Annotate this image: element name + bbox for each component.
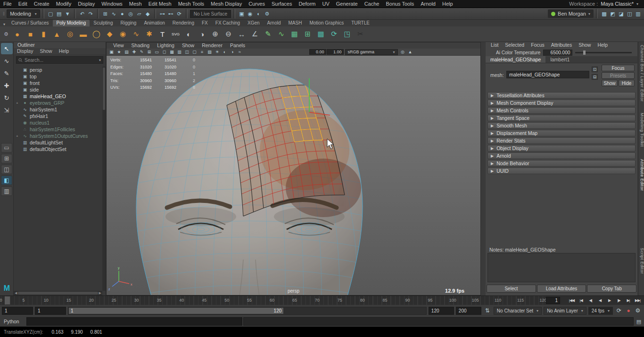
panel-tab-script-editor[interactable]: Script Editor [639,248,644,274]
layout-custom-icon[interactable]: ▥ [1,186,12,196]
shelf-tab-xgen[interactable]: XGen [244,20,264,26]
quad-draw-icon[interactable]: ✎ [262,28,274,41]
open-scene-icon[interactable]: ▤ [55,10,63,18]
menu-mesh[interactable]: Mesh [126,0,145,8]
snap-to-points-icon[interactable]: ● [118,10,126,18]
scrollbar-thumb[interactable] [18,292,98,295]
ipr-render-icon[interactable]: ◐ [255,10,263,18]
measure-distance-icon[interactable]: ↔ [235,28,248,41]
play-forwards-button[interactable]: ▶ [605,296,614,304]
focus-button[interactable]: Focus [602,65,635,71]
animation-end-field[interactable]: 200 [456,307,481,315]
viewport-menu-shading[interactable]: Shading [128,42,154,49]
menu-create[interactable]: Create [31,0,53,8]
ae-menu-attributes[interactable]: Attributes [548,42,575,48]
select-tool-icon[interactable]: ↖ [1,43,13,54]
safe-title-icon[interactable]: ▢ [191,49,198,55]
workspace-selector[interactable]: Workspace : Maya Classic* ▾ [569,1,644,7]
shelf-tab-animation[interactable]: Animation [140,20,168,26]
ae-button-load-attributes[interactable]: Load Attributes [537,285,586,293]
ae-section-displacement-map[interactable]: ▶Displacement Map [487,130,636,136]
menu-arnold[interactable]: Arnold [417,0,439,8]
command-language-toggle[interactable]: Python [0,319,26,324]
ae-section-mesh-component-display[interactable]: ▶Mesh Component Display [487,100,636,106]
outliner-vertical-scrollbar[interactable] [102,67,106,291]
menu-modify[interactable]: Modify [53,0,74,8]
ae-section-arnold[interactable]: ▶Arnold [487,152,636,159]
menu-surfaces[interactable]: Surfaces [268,0,295,8]
ae-tab-lambert1[interactable]: lambert1 [545,56,574,63]
save-scene-icon[interactable]: ▼ [64,10,72,18]
ae-menu-selected[interactable]: Selected [502,42,528,48]
viewport-menu-renderer[interactable]: Renderer [198,42,226,49]
shelf-tab-sculpting[interactable]: Sculpting [90,20,116,26]
play-backwards-button[interactable]: ◀ [595,296,604,304]
shelf-tab-curves-surfaces[interactable]: Curves / Surfaces [8,20,52,26]
sidebar-hypershade-icon[interactable]: ◩ [609,10,617,18]
shadows-icon[interactable]: ◐ [221,49,228,55]
snap-to-grids-icon[interactable]: ⊞ [101,10,109,18]
outliner-item-hairsystem1outputcurves[interactable]: +∿hairSystem1OutputCurves [14,133,102,139]
menu-uv[interactable]: UV [319,0,332,8]
poly-helix-icon[interactable]: ∿ [130,28,142,41]
isolate-select-icon[interactable]: ◎ [399,49,406,55]
redo-icon[interactable]: ↷ [87,10,95,18]
render-current-frame-icon[interactable]: ◉ [246,10,254,18]
2d-pan-zoom-icon[interactable]: ✚ [131,49,138,55]
color-temperature-field[interactable]: 6500.000 [543,50,572,56]
expand-icon[interactable]: + [16,101,20,105]
safe-action-icon[interactable]: ◫ [183,49,190,55]
sidebar-attribute-editor-icon[interactable]: ◪ [617,10,625,18]
go-to-end-button[interactable]: ▶▶| [633,296,642,304]
viewport-menu-view[interactable]: View [109,42,128,49]
ae-button-copy-tab[interactable]: Copy Tab [587,285,636,293]
character-set-select[interactable]: No Character Set ▾ [494,307,542,315]
user-account-menu[interactable]: Ben Morgan ▾ [548,9,594,18]
viewport-gamma-field[interactable]: 1.00 [327,49,344,55]
filter-chevron-icon[interactable]: ▾ [99,58,101,62]
menu-generate[interactable]: Generate [333,0,361,8]
poly-sphere-icon[interactable]: ● [11,28,24,41]
ae-section-mesh-controls[interactable]: ▶Mesh Controls [487,107,636,114]
layout-outliner-persp-icon[interactable]: ◧ [1,176,12,185]
fps-select[interactable]: 24 fps ▾ [588,307,613,315]
outliner-search-field[interactable]: Search... ▾ [16,56,103,64]
slider-handle[interactable] [583,51,586,55]
ae-section-render-stats[interactable]: ▶Render Stats [487,137,636,144]
ae-section-tessellation-attributes[interactable]: ▶Tessellation Attributes [487,92,636,99]
shelf-tab-mash[interactable]: MASH [285,20,306,26]
svg-tool-icon[interactable]: SVG [169,28,182,41]
outliner-item-nucleus1[interactable]: ◉nucleus1 [14,119,102,126]
outliner-menu-display[interactable]: Display [14,48,36,54]
menu-file[interactable]: File [0,0,15,8]
ae-section-uuid[interactable]: ▶UUID [487,168,636,174]
grease-pencil-icon[interactable]: ✎ [138,49,145,55]
sidebar-modeling-toolkit-icon[interactable]: ▩ [600,10,608,18]
ae-menu-focus[interactable]: Focus [528,42,548,48]
camera-attributes-icon[interactable]: ▣ [108,49,115,55]
shelf-tab-motion-graphics[interactable]: Motion Graphics [305,20,347,26]
poly-pipe-icon[interactable]: ◉ [116,28,129,41]
mesh-name-field[interactable]: maleHead_GEOShape [506,71,589,78]
animation-preferences-icon[interactable]: ⚙ [634,307,642,314]
expand-icon[interactable]: + [16,134,20,138]
shelf-tab-rigging[interactable]: Rigging [116,20,140,26]
step-back-key-button[interactable]: ◀| [586,296,595,304]
viewport-menu-show[interactable]: Show [178,42,198,49]
outliner-menu-help[interactable]: Help [56,48,73,54]
outliner-item-front[interactable]: ▣front [14,80,102,86]
ae-section-tangent-space[interactable]: ▶Tangent Space [487,115,636,121]
ae-menu-show[interactable]: Show [575,42,594,48]
type-tool-icon[interactable]: T [156,28,169,41]
menu-mesh-display[interactable]: Mesh Display [207,0,245,8]
current-time-marker[interactable] [5,296,10,304]
hud-icon[interactable]: ≡ [198,49,206,55]
rotate-tool-icon[interactable]: ↻ [1,92,13,103]
step-forward-frame-button[interactable]: ▶| [624,296,633,304]
combine-icon[interactable]: ⊕ [209,28,222,41]
layout-single-pane-icon[interactable]: ▭ [1,143,12,152]
snap-to-view-planes-icon[interactable]: ▱ [135,10,143,18]
menu-cache[interactable]: Cache [361,0,383,8]
menu-curves[interactable]: Curves [245,0,268,8]
playback-start-field[interactable]: 1 [35,307,66,315]
